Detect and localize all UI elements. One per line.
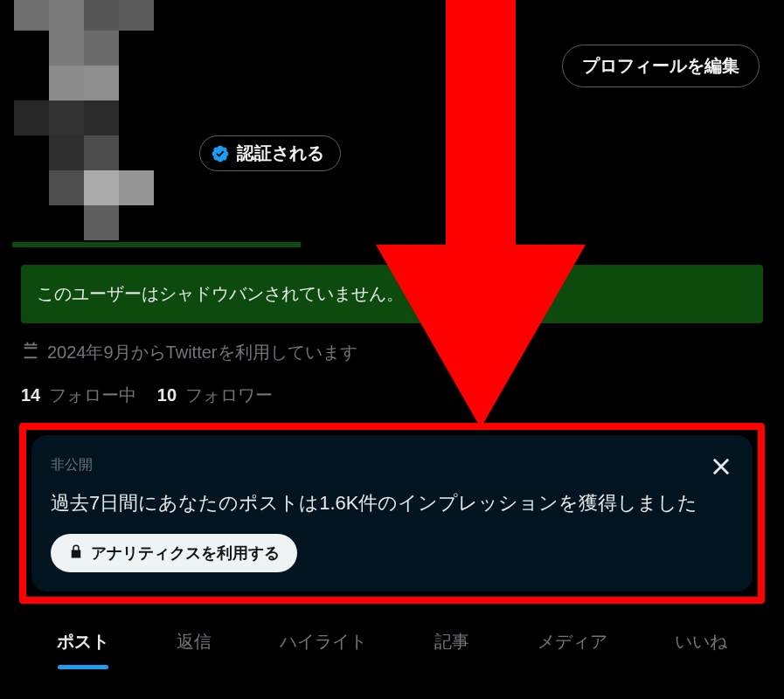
profile-avatar[interactable] <box>14 0 189 240</box>
analytics-button-label: アナリティクスを利用する <box>91 543 280 564</box>
lock-icon <box>68 543 84 564</box>
tab-replies[interactable]: 返信 <box>171 616 217 668</box>
get-verified-label: 認証される <box>237 142 324 165</box>
following-label: フォロー中 <box>49 385 136 405</box>
tab-likes[interactable]: いいね <box>670 616 732 668</box>
edit-profile-label: プロフィールを編集 <box>582 56 739 75</box>
highlight-box: 非公開 過去7日間にあなたのポストは1.6K件のインプレッションを獲得しました … <box>19 423 765 604</box>
following-link[interactable]: 14 フォロー中 <box>21 384 136 407</box>
shadowban-message: このユーザーはシャドウバンされていません。 <box>37 284 404 303</box>
tab-label: ハイライト <box>280 632 367 651</box>
following-count: 14 <box>21 385 40 405</box>
follow-stats: 14 フォロー中 10 フォロワー <box>21 384 763 407</box>
edit-profile-button[interactable]: プロフィールを編集 <box>562 45 760 87</box>
close-icon[interactable] <box>709 454 733 479</box>
join-date-text: 2024年9月からTwitterを利用しています <box>47 341 357 364</box>
calendar-icon <box>21 341 40 364</box>
shadowban-status-banner: このユーザーはシャドウバンされていません。 <box>21 265 763 323</box>
get-verified-button[interactable]: 認証される <box>199 135 341 171</box>
tab-media[interactable]: メディア <box>532 616 613 668</box>
verified-badge-icon <box>211 144 230 163</box>
analytics-card: 非公開 過去7日間にあなたのポストは1.6K件のインプレッションを獲得しました … <box>31 435 753 592</box>
profile-tabs: ポスト 返信 ハイライト 記事 メディア いいね <box>14 616 770 668</box>
followers-link[interactable]: 10 フォロワー <box>157 384 273 407</box>
tab-label: メディア <box>538 632 607 651</box>
name-underline <box>12 242 301 247</box>
tab-highlights[interactable]: ハイライト <box>274 616 372 668</box>
analytics-button[interactable]: アナリティクスを利用する <box>51 534 297 572</box>
tab-label: ポスト <box>57 632 109 651</box>
tab-label: 記事 <box>434 632 469 651</box>
tab-label: 返信 <box>177 632 212 651</box>
tab-posts[interactable]: ポスト <box>52 616 114 668</box>
analytics-private-label: 非公開 <box>51 456 733 474</box>
tab-label: いいね <box>675 632 727 651</box>
join-date: 2024年9月からTwitterを利用しています <box>21 341 763 364</box>
tab-articles[interactable]: 記事 <box>429 616 475 668</box>
followers-label: フォロワー <box>185 385 273 405</box>
analytics-summary: 過去7日間にあなたのポストは1.6K件のインプレッションを獲得しました <box>51 490 733 516</box>
followers-count: 10 <box>157 385 177 405</box>
